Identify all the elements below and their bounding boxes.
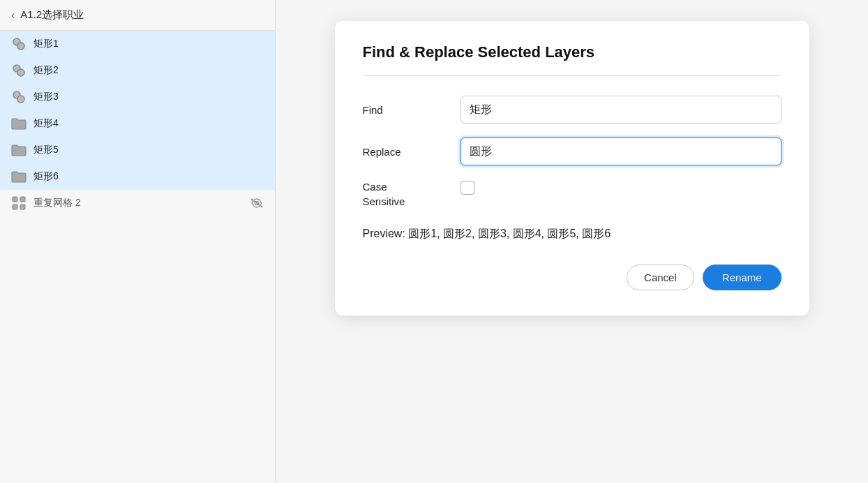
repeat-grid-label: 重复网格 2 bbox=[33, 197, 243, 209]
case-sensitive-checkbox[interactable] bbox=[461, 181, 474, 195]
svg-rect-8 bbox=[13, 205, 17, 209]
svg-rect-7 bbox=[20, 197, 25, 202]
hidden-icon bbox=[250, 196, 264, 210]
svg-line-10 bbox=[251, 199, 262, 207]
main-area: Find & Replace Selected Layers Find Repl… bbox=[276, 0, 868, 483]
replace-row: Replace bbox=[363, 138, 781, 165]
repeat-grid-row[interactable]: 重复网格 2 bbox=[0, 190, 275, 216]
sidebar-item-2[interactable]: 矩形2 bbox=[0, 57, 275, 84]
case-sensitive-row: CaseSensitive bbox=[363, 179, 781, 209]
find-replace-dialog: Find & Replace Selected Layers Find Repl… bbox=[335, 21, 809, 315]
sidebar-item-label-5: 矩形5 bbox=[33, 144, 264, 156]
dialog-actions: Cancel Rename bbox=[363, 265, 781, 290]
sidebar-item-label-4: 矩形4 bbox=[33, 117, 264, 130]
folder-icon-4 bbox=[11, 116, 27, 131]
sidebar-item-label-3: 矩形3 bbox=[33, 91, 264, 103]
layers-icon-1 bbox=[11, 36, 27, 52]
sidebar-header[interactable]: ‹ A1.2选择职业 bbox=[0, 0, 275, 31]
case-sensitive-label: CaseSensitive bbox=[363, 179, 461, 209]
sidebar-item-4[interactable]: 矩形4 bbox=[0, 110, 275, 137]
find-row: Find bbox=[363, 96, 781, 124]
layers-icon-3 bbox=[11, 89, 27, 105]
preview-section: Preview: 圆形1, 圆形2, 圆形3, 圆形4, 圆形5, 圆形6 bbox=[363, 225, 781, 242]
replace-input[interactable] bbox=[461, 138, 781, 165]
folder-icon-6 bbox=[11, 169, 27, 184]
cancel-button[interactable]: Cancel bbox=[627, 265, 694, 290]
sidebar-title: A1.2选择职业 bbox=[20, 8, 84, 22]
sidebar-item-label-6: 矩形6 bbox=[33, 170, 264, 183]
svg-point-5 bbox=[17, 96, 24, 103]
dialog-divider bbox=[363, 75, 781, 76]
svg-point-3 bbox=[17, 69, 24, 76]
svg-point-1 bbox=[17, 43, 24, 50]
svg-rect-6 bbox=[13, 197, 17, 202]
find-label: Find bbox=[363, 104, 461, 116]
dialog-overlay: Find & Replace Selected Layers Find Repl… bbox=[276, 0, 868, 483]
find-input[interactable] bbox=[461, 96, 781, 124]
grid-icon bbox=[11, 195, 27, 211]
layers-icon-2 bbox=[11, 63, 27, 78]
checkbox-wrapper bbox=[461, 179, 474, 195]
sidebar-item-1[interactable]: 矩形1 bbox=[0, 31, 275, 57]
sidebar: ‹ A1.2选择职业 矩形1 矩形2 矩形3 bbox=[0, 0, 276, 483]
rename-button[interactable]: Rename bbox=[703, 265, 781, 290]
svg-rect-9 bbox=[20, 205, 25, 209]
replace-label: Replace bbox=[363, 146, 461, 158]
sidebar-item-5[interactable]: 矩形5 bbox=[0, 137, 275, 163]
preview-text: Preview: 圆形1, 圆形2, 圆形3, 圆形4, 圆形5, 圆形6 bbox=[363, 228, 611, 239]
sidebar-item-3[interactable]: 矩形3 bbox=[0, 84, 275, 110]
sidebar-item-6[interactable]: 矩形6 bbox=[0, 163, 275, 190]
dialog-title: Find & Replace Selected Layers bbox=[363, 43, 781, 61]
sidebar-item-label-2: 矩形2 bbox=[33, 64, 264, 77]
folder-icon-5 bbox=[11, 142, 27, 158]
back-icon[interactable]: ‹ bbox=[11, 9, 15, 22]
sidebar-item-label-1: 矩形1 bbox=[33, 38, 264, 50]
